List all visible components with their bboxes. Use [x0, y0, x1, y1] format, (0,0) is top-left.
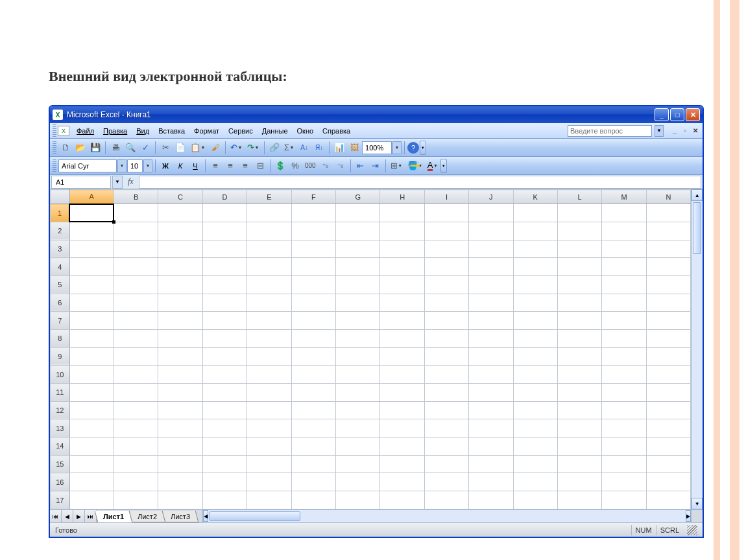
redo-button[interactable]: ↷▼	[245, 141, 261, 155]
spellcheck-button[interactable]: ✓	[138, 141, 152, 155]
column-header-B[interactable]: B	[114, 190, 158, 204]
cell-G13[interactable]	[336, 419, 380, 438]
cell-G7[interactable]	[336, 312, 380, 330]
cell-M3[interactable]	[602, 240, 646, 258]
cell-C7[interactable]	[158, 312, 202, 330]
cell-N14[interactable]	[646, 438, 691, 456]
cell-F16[interactable]	[291, 473, 335, 491]
cell-H17[interactable]	[380, 491, 424, 509]
cell-I10[interactable]	[424, 366, 468, 384]
cell-J10[interactable]	[469, 366, 513, 384]
copy-button[interactable]: 📄	[173, 141, 187, 155]
cell-N4[interactable]	[646, 258, 691, 276]
cell-J1[interactable]	[469, 204, 513, 222]
menu-edit[interactable]: Правка	[99, 125, 132, 137]
cell-M11[interactable]	[602, 384, 646, 402]
menu-insert[interactable]: Вставка	[154, 125, 189, 137]
cell-E17[interactable]	[247, 491, 291, 509]
cell-F10[interactable]	[291, 366, 335, 384]
row-header-11[interactable]: 11	[51, 384, 70, 402]
cell-A16[interactable]	[69, 473, 114, 491]
hyperlink-button[interactable]: 🔗	[267, 141, 282, 155]
cell-F17[interactable]	[291, 491, 335, 509]
cell-M17[interactable]	[602, 491, 646, 509]
cell-F11[interactable]	[291, 384, 335, 402]
cell-A8[interactable]	[69, 329, 114, 347]
cell-G16[interactable]	[336, 473, 380, 491]
cell-I6[interactable]	[424, 294, 468, 312]
formula-input[interactable]	[139, 176, 701, 189]
cell-H12[interactable]	[380, 401, 424, 419]
cell-L16[interactable]	[557, 473, 601, 491]
cell-C11[interactable]	[158, 384, 202, 402]
cell-H7[interactable]	[380, 312, 424, 330]
cell-D13[interactable]	[202, 419, 247, 438]
cell-E6[interactable]	[247, 294, 291, 312]
cell-F6[interactable]	[291, 294, 335, 312]
cell-C17[interactable]	[158, 491, 202, 509]
cell-C8[interactable]	[158, 329, 202, 347]
column-header-I[interactable]: I	[424, 190, 468, 204]
cell-M14[interactable]	[602, 438, 646, 456]
select-all-corner[interactable]	[51, 190, 70, 204]
cell-C10[interactable]	[158, 366, 202, 384]
cell-D4[interactable]	[202, 258, 247, 276]
cell-M13[interactable]	[602, 419, 646, 438]
cell-F7[interactable]	[291, 312, 335, 330]
cell-C1[interactable]	[158, 204, 202, 222]
redo-dropdown-icon[interactable]: ▼	[254, 145, 259, 150]
cell-D15[interactable]	[202, 455, 247, 473]
borders-dropdown-icon[interactable]: ▼	[398, 163, 403, 168]
cell-B4[interactable]	[114, 258, 158, 276]
cell-J2[interactable]	[469, 222, 513, 240]
sheet-tab-Лист1[interactable]: Лист1	[95, 511, 133, 522]
zoom-level[interactable]: 100%	[362, 141, 392, 154]
cell-G2[interactable]	[336, 222, 380, 240]
cell-M9[interactable]	[602, 347, 646, 366]
menu-window[interactable]: Окно	[293, 125, 319, 137]
row-header-7[interactable]: 7	[51, 312, 70, 330]
cell-F2[interactable]	[291, 222, 335, 240]
currency-button[interactable]: 💲	[273, 159, 287, 173]
cell-I12[interactable]	[424, 401, 468, 419]
undo-dropdown-icon[interactable]: ▼	[237, 145, 243, 150]
cell-G14[interactable]	[336, 438, 380, 456]
row-header-13[interactable]: 13	[51, 419, 70, 438]
cell-D8[interactable]	[202, 329, 247, 347]
cell-I1[interactable]	[424, 204, 468, 222]
cell-L2[interactable]	[557, 222, 601, 240]
font-name-box[interactable]: Arial Cyr	[58, 159, 117, 172]
font-name-dropdown-icon[interactable]: ▼	[117, 159, 126, 172]
cell-D16[interactable]	[202, 473, 247, 491]
font-size-box[interactable]: 10	[127, 159, 143, 172]
cell-M7[interactable]	[602, 312, 646, 330]
increase-indent-button[interactable]: ⇥	[368, 159, 383, 173]
decrease-decimal-button[interactable]: ⁻₀	[333, 159, 348, 173]
borders-button[interactable]: ⊞▼	[389, 159, 405, 173]
cell-F14[interactable]	[291, 438, 335, 456]
cell-K1[interactable]	[513, 204, 557, 222]
format-painter-button[interactable]: 🖌	[208, 141, 223, 155]
cell-K17[interactable]	[513, 491, 557, 509]
cell-C9[interactable]	[158, 347, 202, 366]
cell-A7[interactable]	[69, 312, 114, 330]
row-header-16[interactable]: 16	[51, 473, 70, 491]
sort-asc-button[interactable]: A↓	[297, 141, 311, 155]
cell-F3[interactable]	[291, 240, 335, 258]
cell-H1[interactable]	[380, 204, 424, 222]
cell-N1[interactable]	[646, 204, 691, 222]
cell-G6[interactable]	[336, 294, 380, 312]
cell-J9[interactable]	[469, 347, 513, 366]
chart-wizard-button[interactable]: 📊	[332, 141, 346, 155]
cell-A9[interactable]	[69, 347, 114, 366]
cell-D5[interactable]	[202, 275, 247, 294]
cell-D14[interactable]	[202, 438, 247, 456]
toolbar-grip[interactable]	[53, 159, 56, 172]
column-header-J[interactable]: J	[469, 190, 513, 204]
cell-K15[interactable]	[513, 455, 557, 473]
cell-I15[interactable]	[424, 455, 468, 473]
cell-I2[interactable]	[424, 222, 468, 240]
cell-H10[interactable]	[380, 366, 424, 384]
percent-button[interactable]: %	[288, 159, 302, 173]
cell-M16[interactable]	[602, 473, 646, 491]
